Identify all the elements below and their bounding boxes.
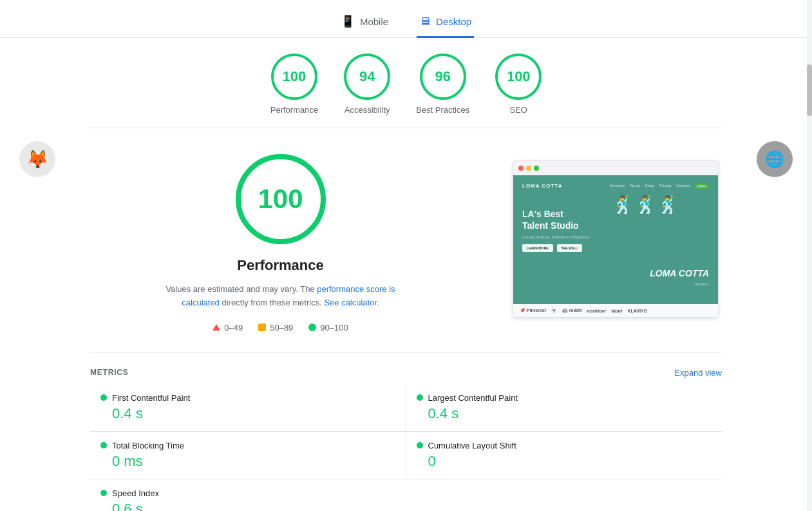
metrics-header: METRICS Expand view xyxy=(90,359,722,384)
tab-bar: 📱 Mobile 🖥 Desktop xyxy=(0,0,812,38)
footer-logo-snap: 👻 xyxy=(551,308,557,313)
metric-lcp-name-row: Largest Contentful Paint xyxy=(417,393,712,403)
nav-badge: OPEN xyxy=(695,184,709,189)
metric-tbt: Total Blocking Time 0 ms xyxy=(90,432,406,479)
content-wrapper: 🦊 🌐 100 Performance Values are estimated… xyxy=(90,128,722,345)
score-circle-performance: 100 xyxy=(271,53,317,100)
nav-link-5: Contact xyxy=(676,184,690,189)
main-area: 100 Performance 94 Accessibility 96 Best… xyxy=(0,38,812,511)
legend-red: 0–49 xyxy=(212,323,243,333)
metric-fcp-value: 0.4 s xyxy=(112,405,395,422)
legend-orange-icon xyxy=(258,323,266,331)
site-subtext: A Grain of Hope, A World of Difference! xyxy=(522,235,709,239)
scrollbar[interactable] xyxy=(807,0,812,511)
performance-section: 100 Performance Values are estimated and… xyxy=(90,128,722,345)
score-card-best-practices[interactable]: 96 Best Practices xyxy=(416,53,469,115)
tab-desktop-label: Desktop xyxy=(436,16,471,27)
minimize-dot xyxy=(526,166,531,171)
cta-button-1[interactable]: LEARN MORE xyxy=(522,244,553,252)
score-label-seo: SEO xyxy=(510,105,527,115)
tab-desktop[interactable]: 🖥 Desktop xyxy=(417,8,474,38)
metric-lcp-dot xyxy=(417,394,423,401)
site-logo: LOMA COTTA xyxy=(522,183,562,189)
site-nav-links: Services About Shop Pricing Contact OPEN xyxy=(610,184,709,189)
metric-cls-name: Cumulative Layout Shift xyxy=(428,441,516,450)
cta-button-2[interactable]: THE WALL xyxy=(557,244,583,252)
right-nav-icon[interactable]: 🌐 xyxy=(757,141,793,177)
metric-si-name-row: Speed Index xyxy=(100,488,396,498)
legend-green: 90–100 xyxy=(308,323,348,333)
calculator-link[interactable]: See calculator xyxy=(324,298,377,307)
score-card-seo[interactable]: 100 SEO xyxy=(495,53,542,115)
metric-si-name: Speed Index xyxy=(112,488,159,498)
footer-logo-reddit: 🤖 reddit xyxy=(562,308,581,313)
tab-mobile[interactable]: 📱 Mobile xyxy=(338,8,391,38)
legend-row: 0–49 50–89 90–100 xyxy=(212,323,348,333)
footer-logo-klaviyo: KLAVIYO xyxy=(627,309,647,313)
nav-link-3: Shop xyxy=(645,184,654,189)
desktop-icon: 🖥 xyxy=(419,15,431,28)
score-label-performance: Performance xyxy=(270,105,318,115)
metric-cls-dot xyxy=(417,442,423,448)
metric-si: Speed Index 0.6 s xyxy=(90,479,406,511)
metric-cls: Cumulative Layout Shift 0 xyxy=(406,432,722,479)
metrics-title: METRICS xyxy=(90,368,129,377)
scrollbar-thumb[interactable] xyxy=(807,64,812,116)
legend-orange: 50–89 xyxy=(258,323,293,333)
score-card-accessibility[interactable]: 94 Accessibility xyxy=(344,53,390,115)
maximize-dot xyxy=(534,166,539,171)
section-divider xyxy=(90,352,722,352)
metric-fcp-name-row: First Contentful Paint xyxy=(100,393,395,403)
metric-tbt-name-row: Total Blocking Time xyxy=(100,441,395,450)
screenshot-footer: 📌 Pinterest 👻 🤖 reddit nextdoor tatari K… xyxy=(513,304,718,317)
metric-tbt-dot xyxy=(100,442,107,448)
score-label-best-practices: Best Practices xyxy=(416,105,469,115)
score-row: 100 Performance 94 Accessibility 96 Best… xyxy=(90,38,722,128)
score-card-performance[interactable]: 100 Performance xyxy=(270,53,318,115)
nav-link-1: Services xyxy=(610,184,625,189)
left-nav-icon[interactable]: 🦊 xyxy=(19,141,55,177)
score-circle-seo: 100 xyxy=(495,53,542,100)
metric-lcp-name: Largest Contentful Paint xyxy=(428,393,518,403)
screenshot-preview: LOMA COTTA Services About Shop Pricing C… xyxy=(513,160,719,318)
perf-right: LOMA COTTA Services About Shop Pricing C… xyxy=(509,154,722,333)
people-silhouette: 🕺🕺🕺 xyxy=(612,195,679,216)
metric-si-value: 0.6 s xyxy=(112,501,396,511)
metric-fcp-name: First Contentful Paint xyxy=(112,393,190,403)
footer-logo-tatari: tatari xyxy=(611,309,622,313)
nav-link-4: Pricing xyxy=(659,184,671,189)
metrics-grid: First Contentful Paint 0.4 s Largest Con… xyxy=(90,384,722,511)
legend-red-icon xyxy=(212,324,220,331)
mobile-icon: 📱 xyxy=(341,14,355,28)
expand-view-button[interactable]: Expand view xyxy=(674,368,722,378)
legend-green-icon xyxy=(308,323,316,331)
perf-title: Performance xyxy=(237,257,324,274)
footer-logo-pinterest: 📌 Pinterest xyxy=(520,308,546,313)
site-cta-row: LEARN MORE THE WALL xyxy=(522,244,709,252)
screenshot-body: LOMA COTTA Services About Shop Pricing C… xyxy=(513,175,718,304)
big-score-circle: 100 xyxy=(236,154,326,244)
perf-left: 100 Performance Values are estimated and… xyxy=(90,154,471,333)
metric-lcp: Largest Contentful Paint 0.4 s xyxy=(406,384,722,432)
fox-icon: 🦊 xyxy=(26,149,49,170)
brand-sub: the WALL xyxy=(695,282,709,286)
tab-mobile-label: Mobile xyxy=(360,16,388,27)
footer-logo-nextdoor: nextdoor xyxy=(587,309,606,313)
metric-cls-value: 0 xyxy=(428,453,712,470)
close-dot xyxy=(518,166,524,171)
metric-lcp-value: 0.4 s xyxy=(428,405,712,422)
score-circle-best-practices: 96 xyxy=(420,53,466,100)
metric-fcp: First Contentful Paint 0.4 s xyxy=(90,384,406,432)
metric-cls-name-row: Cumulative Layout Shift xyxy=(417,441,712,450)
perf-description: Values are estimated and may vary. The p… xyxy=(158,283,403,310)
metric-tbt-name: Total Blocking Time xyxy=(112,441,184,450)
metric-fcp-dot xyxy=(100,394,107,401)
web-icon: 🌐 xyxy=(765,150,784,168)
brand-name: LOMA COTTA xyxy=(650,268,709,278)
metric-si-dot xyxy=(100,490,107,496)
score-label-accessibility: Accessibility xyxy=(345,105,390,115)
nav-link-2: About xyxy=(630,184,640,189)
score-circle-accessibility: 94 xyxy=(344,53,390,100)
site-nav: LOMA COTTA Services About Shop Pricing C… xyxy=(522,183,709,189)
metric-tbt-value: 0 ms xyxy=(112,453,395,470)
